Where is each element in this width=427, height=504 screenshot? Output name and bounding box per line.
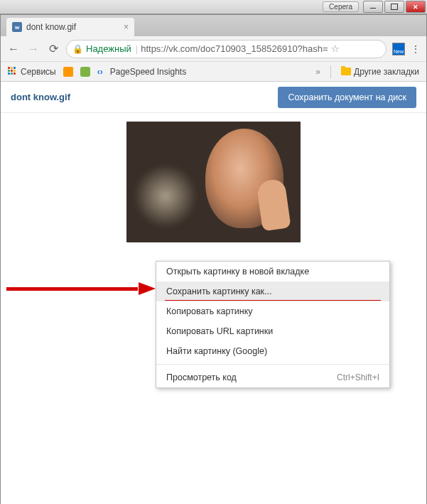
browser-toolbar: ← → ⟳ 🔒 Надежный | https://vk.com/doc710… [1, 36, 426, 62]
vk-favicon-icon [12, 22, 22, 32]
other-bookmarks-label: Другие закладки [354, 67, 419, 77]
context-menu: Открыть картинку в новой вкладке Сохрани… [156, 261, 390, 388]
ctx-inspect[interactable]: Просмотреть код Ctrl+Shift+I [156, 368, 389, 387]
bookmark-pagespeed[interactable]: PageSpeed Insights [97, 67, 186, 77]
image-area [1, 113, 426, 242]
reload-icon[interactable]: ⟳ [46, 42, 60, 55]
bookmarks-overflow-icon[interactable]: » [315, 67, 320, 77]
page-content: dont know.gif Сохранить документ на диск… [1, 82, 426, 504]
user-badge[interactable]: Серега [323, 1, 359, 12]
tab-close-icon[interactable]: × [124, 22, 129, 32]
apps-shortcut[interactable]: Сервисы [8, 67, 56, 77]
ctx-save-image-as[interactable]: Сохранить картинку как... [156, 282, 389, 301]
ctx-open-new-tab[interactable]: Открыть картинку в новой вкладке [156, 262, 389, 282]
ctx-search-google[interactable]: Найти картинку (Google) [156, 341, 389, 361]
save-document-button[interactable]: Сохранить документ на диск [278, 87, 416, 108]
browser-tab[interactable]: dont know.gif × [6, 18, 134, 36]
pagespeed-icon [97, 67, 107, 77]
window-maximize-button[interactable] [384, 1, 404, 13]
forward-icon[interactable]: → [26, 43, 40, 55]
ctx-separator [156, 364, 389, 365]
tab-strip: dont know.gif × [1, 15, 426, 36]
window-close-button[interactable] [406, 1, 426, 13]
ctx-copy-image[interactable]: Копировать картинку [156, 301, 389, 321]
secure-label: Надежный [86, 43, 131, 54]
bookmark-item-2[interactable] [80, 67, 90, 77]
gif-image[interactable] [126, 122, 301, 242]
document-title: dont know.gif [11, 92, 70, 102]
ctx-inspect-shortcut: Ctrl+Shift+I [337, 372, 379, 382]
apps-grid-icon [8, 67, 18, 77]
bookmark-star-icon[interactable]: ☆ [331, 43, 340, 54]
bookmark-orange-icon [63, 67, 73, 77]
ctx-inspect-label: Просмотреть код [166, 372, 237, 382]
apps-label: Сервисы [21, 67, 56, 77]
browser-menu-icon[interactable]: ⋮ [411, 43, 421, 55]
url-text: https://vk.com/doc710903_158526910?hash= [141, 43, 328, 54]
bookmarks-bar: Сервисы PageSpeed Insights » Другие закл… [1, 62, 426, 82]
window-minimize-button[interactable] [363, 1, 383, 13]
pagespeed-label: PageSpeed Insights [110, 67, 186, 77]
window-titlebar: Серега [0, 0, 427, 14]
divider: | [136, 43, 138, 54]
lock-icon: 🔒 [72, 44, 83, 54]
tab-title: dont know.gif [26, 22, 76, 32]
other-bookmarks[interactable]: Другие закладки [341, 67, 419, 77]
browser-chrome: dont know.gif × ← → ⟳ 🔒 Надежный | https… [1, 15, 426, 82]
annotation-arrow [6, 284, 156, 294]
address-bar[interactable]: 🔒 Надежный | https://vk.com/doc710903_15… [66, 40, 387, 58]
bookmark-item-1[interactable] [63, 67, 73, 77]
folder-icon [341, 68, 351, 75]
extension-icon[interactable]: New [392, 43, 405, 55]
bookmarks-divider [330, 65, 331, 78]
ctx-copy-image-url[interactable]: Копировать URL картинки [156, 321, 389, 341]
back-icon[interactable]: ← [6, 43, 21, 55]
page-header: dont know.gif Сохранить документ на диск [1, 82, 426, 113]
bookmark-green-icon [80, 67, 90, 77]
